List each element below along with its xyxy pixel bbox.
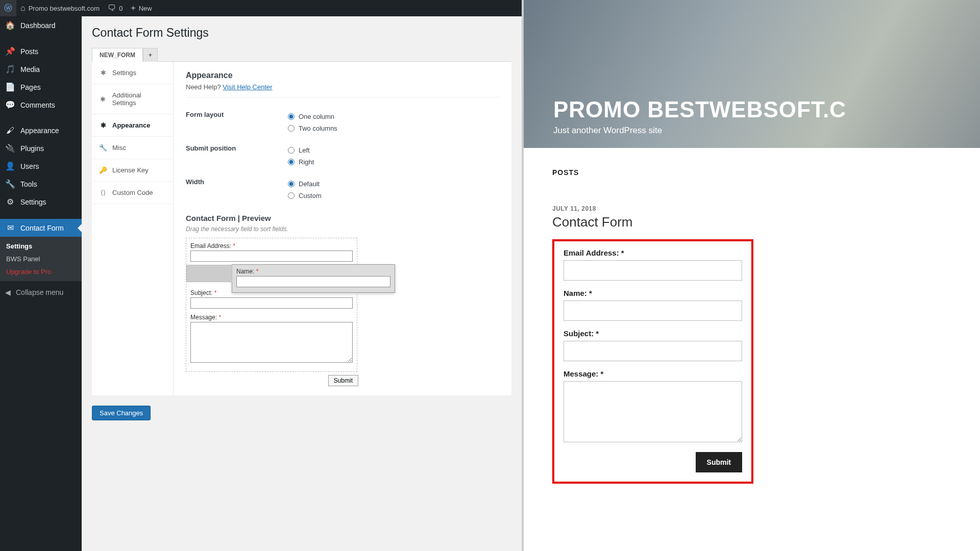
- admin-sidebar: 🏠Dashboard 📌Posts 🎵Media 📄Pages 💬Comment…: [0, 16, 82, 551]
- wp-logo[interactable]: ⓦ: [0, 0, 16, 16]
- toolbar-new[interactable]: +New: [127, 0, 156, 16]
- front-label-subject: Subject: *: [564, 329, 742, 338]
- settings-icon: ⚙: [5, 197, 15, 207]
- admin-toolbar: ⓦ ⌂Promo bestwebsoft.com 🗨0 +New: [0, 0, 522, 16]
- menu-dashboard[interactable]: 🏠Dashboard: [0, 16, 82, 34]
- dragged-field-name[interactable]: Name: *: [232, 264, 395, 293]
- front-label-message: Message: *: [564, 369, 742, 378]
- media-icon: 🎵: [5, 64, 15, 74]
- preview-submit-button[interactable]: Submit: [328, 375, 358, 386]
- collapse-menu[interactable]: ◀Collapse menu: [0, 284, 68, 300]
- front-label-name: Name: *: [564, 289, 742, 297]
- preview-input-subject[interactable]: [190, 297, 353, 309]
- help-text: Need Help?: [186, 83, 221, 91]
- preview-title: Contact Form | Preview: [186, 214, 499, 222]
- form-tabs: NEW_FORM +: [92, 48, 511, 62]
- menu-users[interactable]: 👤Users: [0, 157, 82, 175]
- tab-add-form[interactable]: +: [143, 48, 158, 62]
- frontend-preview: PROMO BESTWEBSOFT.C Just another WordPre…: [522, 0, 980, 551]
- toolbar-site-link[interactable]: ⌂Promo bestwebsoft.com: [16, 0, 104, 16]
- menu-plugins[interactable]: 🔌Plugins: [0, 139, 82, 157]
- collapse-icon: ◀: [5, 288, 11, 296]
- menu-tools[interactable]: 🔧Tools: [0, 175, 82, 193]
- section-title: Appearance: [186, 71, 499, 80]
- hero-banner: PROMO BESTWEBSOFT.C Just another WordPre…: [524, 0, 980, 148]
- front-input-subject[interactable]: [564, 341, 742, 361]
- main-content: Contact Form Settings NEW_FORM + ✱Settin…: [82, 16, 522, 551]
- tools-icon: 🔧: [5, 179, 15, 189]
- submenu-settings[interactable]: Settings: [0, 240, 82, 253]
- help-center-link[interactable]: Visit Help Center: [223, 83, 272, 91]
- post-title: Contact Form: [552, 214, 738, 230]
- post-date: JULY 11, 2018: [552, 205, 738, 212]
- pin-icon: 📌: [5, 46, 15, 56]
- side-tab-appearance[interactable]: ✱Appearance: [92, 114, 173, 137]
- submenu-bws-panel[interactable]: BWS Panel: [0, 253, 82, 265]
- toolbar-comments[interactable]: 🗨0: [104, 0, 127, 16]
- front-input-email[interactable]: [564, 260, 742, 281]
- label-form-layout: Form layout: [186, 111, 288, 134]
- side-tabs: ✱Settings ✱Additional Settings ✱Appearan…: [92, 62, 174, 395]
- dashboard-icon: 🏠: [5, 20, 15, 30]
- gear-icon: ✱: [99, 69, 107, 77]
- save-changes-button[interactable]: Save Changes: [92, 406, 151, 420]
- radio-width-default[interactable]: Default: [288, 178, 499, 190]
- side-tab-misc[interactable]: 🔧Misc: [92, 137, 173, 159]
- page-icon: 📄: [5, 82, 15, 92]
- brush-icon: 🖌: [5, 126, 15, 135]
- label-submit-position: Submit position: [186, 144, 288, 168]
- menu-media[interactable]: 🎵Media: [0, 60, 82, 78]
- preview-form[interactable]: Email Address: * Subject: * Message: *: [186, 238, 357, 372]
- hero-subtitle: Just another WordPress site: [553, 126, 980, 136]
- toolbar-site-name: Promo bestwebsoft.com: [29, 5, 100, 12]
- settings-panel: ✱Settings ✱Additional Settings ✱Appearan…: [92, 62, 511, 395]
- submenu-upgrade[interactable]: Upgrade to Pro: [0, 265, 82, 278]
- preview-hint: Drag the necessary field to sort fields.: [186, 226, 499, 233]
- toolbar-comment-count: 0: [119, 5, 122, 12]
- menu-contact-form[interactable]: ✉Contact Form: [0, 219, 82, 237]
- menu-settings[interactable]: ⚙Settings: [0, 193, 82, 211]
- menu-pages[interactable]: 📄Pages: [0, 78, 82, 96]
- radio-two-columns[interactable]: Two columns: [288, 122, 499, 134]
- mail-icon: ✉: [5, 223, 15, 233]
- comment-icon: 🗨: [108, 4, 116, 13]
- preview-input-email[interactable]: [190, 251, 353, 262]
- front-input-name[interactable]: [564, 300, 742, 321]
- comment-icon: 💬: [5, 100, 15, 110]
- radio-submit-right[interactable]: Right: [288, 156, 499, 168]
- menu-appearance[interactable]: 🖌Appearance: [0, 122, 82, 139]
- hero-title: PROMO BESTWEBSOFT.C: [553, 97, 980, 122]
- side-tab-license[interactable]: 🔑License Key: [92, 159, 173, 182]
- gear-icon: ✱: [99, 121, 107, 129]
- radio-one-column[interactable]: One column: [288, 111, 499, 122]
- home-icon: ⌂: [20, 4, 26, 13]
- radio-width-custom[interactable]: Custom: [288, 190, 499, 202]
- preview-field-email[interactable]: Email Address: *: [190, 242, 353, 262]
- plus-icon: +: [131, 4, 135, 13]
- code-icon: ⟨⟩: [99, 189, 107, 196]
- menu-comments[interactable]: 💬Comments: [0, 96, 82, 114]
- preview-input-message[interactable]: [190, 322, 353, 363]
- wrench-icon: 🔧: [99, 144, 107, 152]
- menu-posts[interactable]: 📌Posts: [0, 42, 82, 60]
- dragged-input-name[interactable]: [236, 276, 390, 287]
- plugin-icon: 🔌: [5, 143, 15, 153]
- preview-field-message[interactable]: Message: *: [190, 314, 353, 364]
- front-submit-button[interactable]: Submit: [696, 452, 742, 472]
- page-title: Contact Form Settings: [92, 21, 511, 42]
- side-tab-settings[interactable]: ✱Settings: [92, 62, 173, 84]
- front-input-message[interactable]: [564, 381, 742, 442]
- highlighted-form: Email Address: * Name: * Subject: * Mess…: [552, 239, 753, 484]
- gear-icon: ✱: [99, 95, 107, 103]
- front-label-email: Email Address: *: [564, 248, 742, 257]
- side-tab-additional[interactable]: ✱Additional Settings: [92, 84, 173, 114]
- tab-current-form[interactable]: NEW_FORM: [92, 48, 143, 62]
- label-width: Width: [186, 178, 288, 202]
- toolbar-new-label: New: [139, 5, 152, 12]
- radio-submit-left[interactable]: Left: [288, 144, 499, 156]
- side-tab-custom-code[interactable]: ⟨⟩Custom Code: [92, 182, 173, 204]
- users-icon: 👤: [5, 161, 15, 171]
- key-icon: 🔑: [99, 166, 107, 174]
- posts-heading: POSTS: [552, 168, 738, 177]
- drop-placeholder: [186, 265, 232, 282]
